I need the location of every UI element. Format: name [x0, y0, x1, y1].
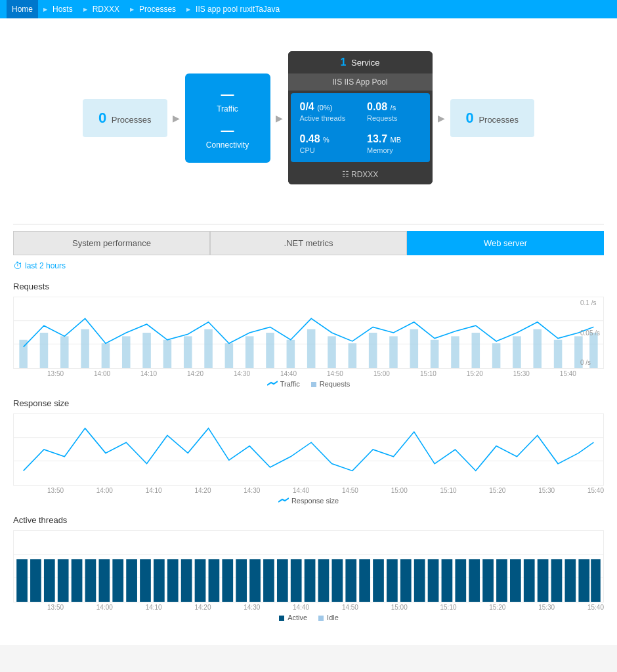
- service-count: 1: [341, 56, 347, 68]
- svg-rect-21: [410, 329, 419, 368]
- traffic-label: Traffic: [203, 104, 252, 114]
- response-legend: Response size: [13, 497, 604, 505]
- threads-chart-area: [13, 530, 604, 602]
- idle-legend-item: Idle: [318, 614, 339, 621]
- svg-rect-12: [225, 343, 234, 368]
- requests-chart-area: [13, 297, 604, 369]
- left-processes-box[interactable]: 0 Processes: [83, 99, 167, 137]
- active-threads-value: 0/4 (0%): [300, 101, 354, 113]
- service-card[interactable]: 1 Service IIS IIS App Pool 0/4 (0%) Acti…: [288, 51, 433, 184]
- svg-rect-77: [578, 559, 589, 602]
- svg-rect-50: [209, 559, 220, 602]
- service-footer: ☷ RDXXX: [288, 165, 433, 184]
- active-threads-chart-section: Active threads 5 2.5 0: [13, 515, 604, 621]
- breadcrumb-home[interactable]: Home: [7, 0, 38, 18]
- svg-rect-62: [373, 559, 384, 602]
- svg-rect-70: [482, 559, 494, 602]
- svg-rect-53: [249, 559, 261, 602]
- svg-rect-9: [163, 340, 172, 368]
- arrow-2: ▶: [276, 113, 283, 123]
- tab-web-server[interactable]: Web server: [407, 231, 604, 255]
- monitor-icon: ☷: [342, 170, 349, 179]
- svg-rect-73: [524, 559, 535, 602]
- svg-rect-4: [60, 336, 69, 368]
- response-x-labels: 13:50 14:00 14:10 14:20 14:30 14:40 14:5…: [47, 487, 604, 494]
- cpu-cell: 0.48 % CPU: [293, 128, 360, 159]
- service-host: RDXXX: [351, 170, 378, 179]
- svg-rect-44: [126, 559, 137, 602]
- svg-rect-36: [16, 559, 28, 602]
- svg-rect-66: [428, 559, 439, 602]
- requests-chart-title: Requests: [13, 282, 604, 291]
- svg-rect-64: [400, 559, 412, 602]
- svg-rect-60: [345, 559, 356, 602]
- memory-cell: 13.7 MB Memory: [360, 128, 427, 159]
- traffic-dash: —: [203, 87, 252, 102]
- breadcrumb-rdxxx[interactable]: RDXXX: [78, 0, 125, 18]
- svg-rect-56: [291, 559, 302, 602]
- svg-rect-59: [332, 559, 343, 602]
- response-size-legend-item: Response size: [278, 497, 339, 505]
- svg-rect-45: [140, 559, 151, 602]
- svg-rect-20: [389, 336, 398, 368]
- svg-rect-76: [565, 559, 576, 602]
- svg-rect-37: [30, 559, 41, 602]
- response-chart-area: [13, 413, 604, 486]
- breadcrumb: Home Hosts RDXXX Processes IIS app pool …: [0, 0, 617, 18]
- svg-rect-67: [442, 559, 453, 602]
- svg-rect-26: [513, 336, 521, 368]
- svg-rect-25: [492, 343, 501, 368]
- svg-rect-11: [204, 329, 213, 368]
- svg-rect-51: [222, 559, 233, 602]
- svg-rect-48: [181, 559, 192, 602]
- response-size-chart-section: Response size 10 kB/req 5 kB/req 0 /req: [13, 398, 604, 505]
- arrow-3: ▶: [438, 113, 445, 123]
- svg-rect-58: [318, 559, 330, 602]
- service-subtitle: IIS IIS App Pool: [288, 74, 433, 91]
- svg-rect-79: [279, 616, 284, 621]
- svg-rect-57: [305, 559, 316, 602]
- tab-net-metrics[interactable]: .NET metrics: [210, 231, 407, 255]
- svg-rect-78: [591, 559, 601, 602]
- right-processes-count: 0: [466, 110, 474, 126]
- service-label: Service: [351, 58, 379, 68]
- cpu-label: CPU: [300, 146, 354, 154]
- response-size-chart-title: Response size: [13, 398, 604, 408]
- requests-label: Requests: [367, 114, 421, 122]
- threads-legend: Active Idle: [13, 614, 604, 621]
- right-processes-label: Processes: [479, 115, 519, 125]
- active-threads-label: Active threads: [300, 114, 354, 122]
- service-header: 1 Service: [288, 51, 433, 74]
- svg-rect-3: [40, 333, 49, 368]
- svg-rect-17: [328, 336, 336, 368]
- breadcrumb-hosts[interactable]: Hosts: [38, 0, 78, 18]
- svg-rect-72: [510, 559, 521, 602]
- memory-value: 13.7 MB: [367, 133, 421, 145]
- right-processes-box[interactable]: 0 Processes: [450, 99, 535, 137]
- svg-rect-8: [142, 333, 151, 368]
- breadcrumb-iis-app-pool[interactable]: IIS app pool ruxitTaJava: [181, 0, 285, 18]
- svg-rect-46: [154, 559, 165, 602]
- service-metrics: 0/4 (0%) Active threads 0.08 /s Requests…: [291, 93, 430, 162]
- svg-rect-65: [414, 559, 425, 602]
- time-range-label: last 2 hours: [13, 261, 604, 271]
- requests-legend-item: Requests: [310, 380, 350, 388]
- connectivity-label: Connectivity: [203, 140, 252, 150]
- svg-rect-69: [469, 559, 480, 602]
- flow-diagram: 0 Processes ▶ — Traffic — Connectivity ▶…: [13, 32, 604, 204]
- requests-x-labels: 13:50 14:00 14:10 14:20 14:30 14:40 14:5…: [47, 370, 576, 377]
- svg-rect-15: [287, 340, 295, 368]
- svg-rect-27: [533, 329, 542, 368]
- breadcrumb-processes[interactable]: Processes: [125, 0, 181, 18]
- svg-rect-31: [311, 382, 316, 387]
- connectivity-dash: —: [203, 123, 252, 138]
- requests-value: 0.08 /s: [367, 101, 421, 113]
- svg-rect-38: [44, 559, 55, 602]
- tab-system-performance[interactable]: System performance: [13, 231, 210, 255]
- svg-rect-49: [195, 559, 206, 602]
- traffic-box[interactable]: — Traffic — Connectivity: [185, 74, 270, 163]
- active-legend-item: Active: [278, 614, 307, 621]
- svg-rect-41: [85, 559, 96, 602]
- svg-rect-42: [98, 559, 110, 602]
- svg-rect-75: [551, 559, 563, 602]
